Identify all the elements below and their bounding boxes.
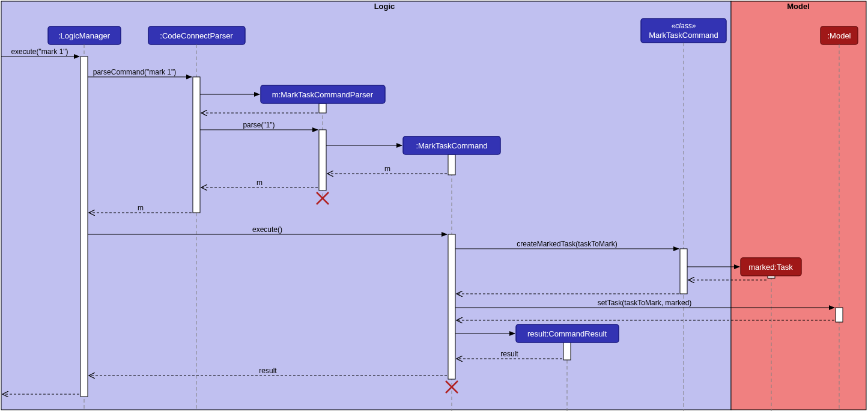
sequence-diagram: Logic Model :LogicManager :CodeConnectPa… <box>0 0 868 411</box>
msg-m3-label: m <box>138 204 144 212</box>
msg-result1-label: result <box>500 350 518 358</box>
participant-mark-task-command-class-name: MarkTaskCommand <box>649 31 718 40</box>
participant-model-label: :Model <box>827 31 851 40</box>
activation-mtcp-body <box>319 130 326 190</box>
activation-model <box>836 308 843 322</box>
activation-logic-manager <box>80 56 88 397</box>
region-logic <box>1 1 731 410</box>
activation-ccp <box>193 77 200 213</box>
region-model <box>731 1 866 410</box>
activation-cr <box>563 342 571 360</box>
msg-set-task-label: setTask(taskToMark, marked) <box>598 299 692 307</box>
participant-logic-manager-label: :LogicManager <box>58 31 111 40</box>
msg-m2-label: m <box>256 178 263 187</box>
region-logic-title: Logic <box>374 2 395 11</box>
activation-mtc-body <box>448 234 455 379</box>
region-model-title: Model <box>787 2 810 11</box>
msg-execute-in-label: execute("mark 1") <box>11 47 68 56</box>
participant-mtcp-label: m:MarkTaskCommandParser <box>272 90 374 99</box>
msg-parse-label: parse("1") <box>243 121 275 129</box>
msg-parse-command-label: parseCommand("mark 1") <box>93 68 177 76</box>
activation-mtc-head <box>448 154 455 175</box>
participant-task-label: marked:Task <box>748 263 793 272</box>
msg-create-marked-label: createMarkedTask(taskToMark) <box>517 240 617 248</box>
participant-cr-label: result:CommandResult <box>527 329 607 338</box>
participant-code-connect-parser-label: :CodeConnectParser <box>160 31 233 40</box>
participant-mark-task-command-class-stereo: «class» <box>672 22 696 30</box>
msg-m1-label: m <box>384 165 390 173</box>
msg-execute-label: execute() <box>252 225 282 234</box>
activation-mtcp-head <box>319 103 326 113</box>
msg-result2-label: result <box>259 367 277 375</box>
participant-mtc-label: :MarkTaskCommand <box>416 141 487 150</box>
activation-class <box>680 249 687 294</box>
